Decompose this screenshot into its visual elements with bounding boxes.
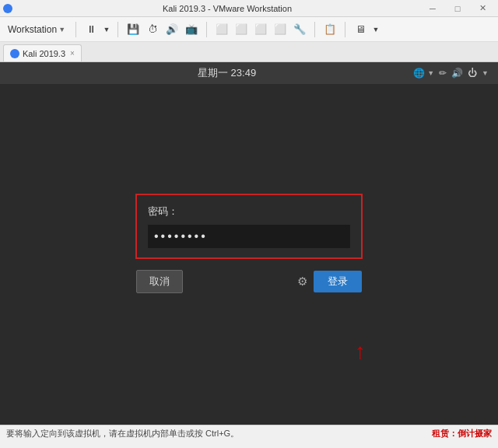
restore-button[interactable]: □ — [445, 0, 470, 17]
view-button[interactable]: ⬜ — [251, 20, 270, 39]
vm-topbar: 星期一 23:49 🌐 ▼ ✏ 🔊 ⏻ ▼ — [0, 62, 498, 84]
vm-screen[interactable]: 星期一 23:49 🌐 ▼ ✏ 🔊 ⏻ ▼ 密码： 取消 ⚙ 登录 — [0, 62, 498, 425]
workstation-menu[interactable]: Workstation ▼ — [3, 20, 70, 39]
title-text: Kali 2019.3 - VMware Workstation — [34, 4, 420, 13]
toolbar-divider-3 — [206, 22, 207, 37]
vm-time: 星期一 23:49 — [40, 66, 413, 80]
snapshot-button[interactable]: ⏱ — [143, 20, 162, 39]
status-text: 要将输入定向到该虚拟机，请在虚拟机内部单击或按 Ctrl+G。 — [6, 428, 239, 439]
unity-button[interactable]: ⬜ — [232, 20, 251, 39]
vm-status-icons: 🌐 ▼ — [413, 68, 434, 79]
login-button[interactable]: 登录 — [314, 271, 362, 292]
fullscreen-button[interactable]: ⬜ — [212, 20, 231, 39]
vm-accessibility-icon[interactable]: 🌐 — [413, 68, 425, 79]
app-icon — [3, 4, 12, 13]
btn-right-group: ⚙ 登录 — [297, 271, 362, 292]
title-bar: Kali 2019.3 - VMware Workstation ─ □ ✕ — [0, 0, 498, 17]
vm-tab[interactable]: Kali 2019.3 × — [3, 44, 82, 61]
vm-sound-icon[interactable]: 🔊 — [451, 68, 463, 79]
settings-icon[interactable]: ⚙ — [297, 275, 307, 289]
title-icon-area — [3, 4, 34, 13]
toolbar-group-2: 💾 ⏱ 🔊 📺 — [124, 20, 201, 39]
minimize-button[interactable]: ─ — [420, 0, 445, 17]
view2-button[interactable]: ⬜ — [271, 20, 289, 39]
password-input[interactable] — [148, 225, 350, 248]
vm-edit-icon[interactable]: ✏ — [439, 68, 447, 79]
display-dropdown[interactable]: ▼ — [370, 20, 381, 39]
send-button[interactable]: 📋 — [321, 20, 339, 39]
revert-button[interactable]: 🔊 — [163, 20, 181, 39]
vm-topbar-right: 🌐 ▼ ✏ 🔊 ⏻ ▼ — [413, 68, 489, 79]
toolbar-divider-5 — [345, 22, 345, 37]
tab-vm-icon — [10, 49, 19, 58]
vm-icon-arrow: ▼ — [427, 69, 434, 77]
vm-power-arrow: ▼ — [482, 69, 489, 77]
password-label: 密码： — [148, 205, 350, 219]
window-controls: ─ □ ✕ — [420, 0, 495, 17]
suspend-button[interactable]: 📺 — [182, 20, 201, 39]
view3-button[interactable]: 🔧 — [290, 20, 309, 39]
display-button[interactable]: 🖥 — [351, 20, 370, 39]
login-area: 密码： 取消 ⚙ 登录 — [135, 194, 363, 293]
annotation-arrow: ↑ — [355, 341, 366, 362]
status-right-text: 租赁：倒计摄家 — [432, 428, 492, 439]
toolbar-group-5: 🖥 ▼ — [351, 20, 381, 39]
close-button[interactable]: ✕ — [470, 0, 495, 17]
toolbar-divider-1 — [75, 22, 76, 37]
cancel-button[interactable]: 取消 — [136, 270, 183, 293]
menu-bar: Workstation ▼ ⏸ ▼ 💾 ⏱ 🔊 📺 ⬜ ⬜ ⬜ ⬜ 🔧 📋 🖥 … — [0, 17, 498, 42]
status-bar: 要将输入定向到该虚拟机，请在虚拟机内部单击或按 Ctrl+G。 租赁：倒计摄家 — [0, 425, 498, 442]
pause-button[interactable]: ⏸ — [82, 20, 100, 39]
toolbar-group-4: 📋 — [321, 20, 339, 39]
password-box: 密码： — [135, 194, 363, 259]
tab-bar: Kali 2019.3 × — [0, 42, 498, 62]
pause-dropdown[interactable]: ▼ — [101, 20, 112, 39]
vm-power-icon[interactable]: ⏻ — [468, 68, 477, 79]
toolbar-group-1: ⏸ ▼ — [82, 20, 112, 39]
buttons-row: 取消 ⚙ 登录 — [136, 270, 362, 293]
toolbar-divider-2 — [117, 22, 118, 37]
send-ctrl-alt-del-button[interactable]: 💾 — [124, 20, 142, 39]
toolbar-group-3: ⬜ ⬜ ⬜ ⬜ 🔧 — [212, 20, 309, 39]
tab-label: Kali 2019.3 — [23, 49, 65, 58]
menu-arrow: ▼ — [58, 26, 65, 33]
toolbar-divider-4 — [314, 22, 315, 37]
tab-close-button[interactable]: × — [70, 49, 75, 58]
